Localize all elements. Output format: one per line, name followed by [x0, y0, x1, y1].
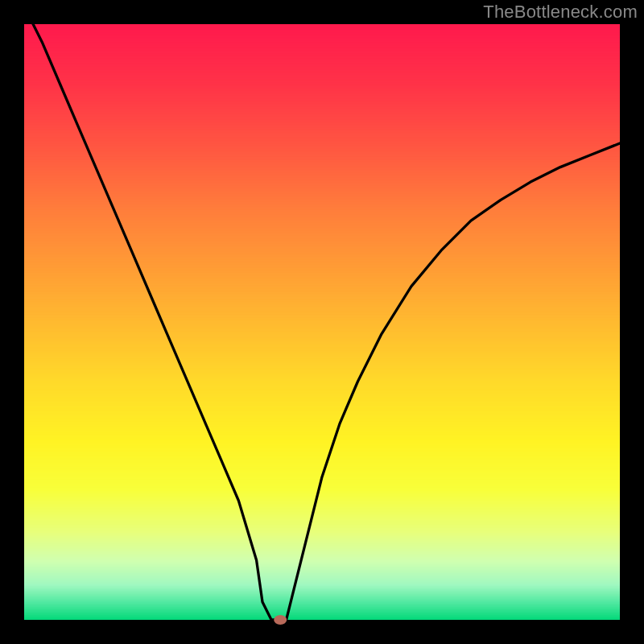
bottleneck-chart [0, 0, 644, 644]
svg-rect-370 [24, 620, 620, 622]
svg-rect-369 [24, 618, 620, 621]
chart-frame: TheBottleneck.com [0, 0, 644, 644]
optimal-point-marker [274, 615, 287, 625]
gradient-background [24, 24, 620, 622]
watermark-text: TheBottleneck.com [483, 2, 638, 23]
